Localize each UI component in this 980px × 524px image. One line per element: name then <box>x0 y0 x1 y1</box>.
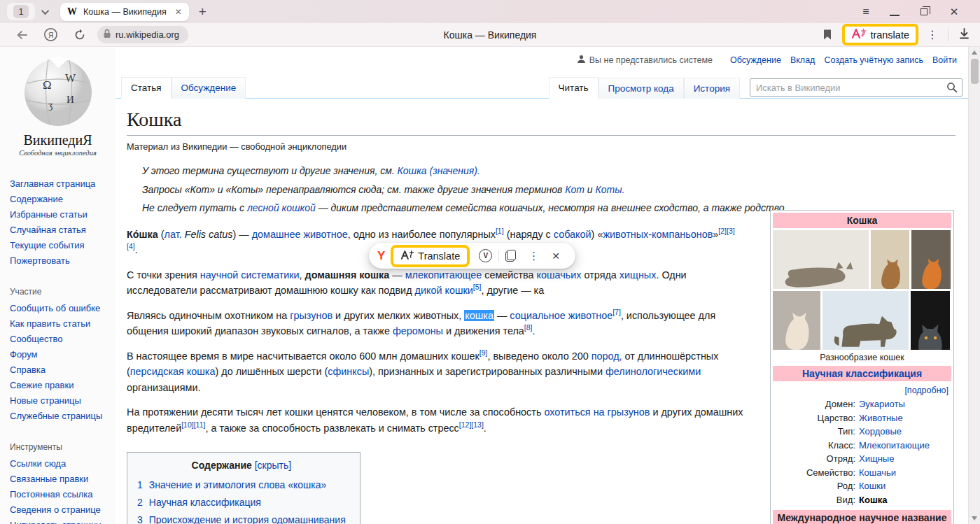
yandex-button-icon[interactable]: Я <box>43 27 58 42</box>
article-link[interactable]: кошачьих <box>537 269 582 281</box>
sidebar-link[interactable]: Новые страницы <box>10 395 108 407</box>
sidebar-link[interactable]: Как править статьи <box>10 318 108 330</box>
minimize-button[interactable] <box>881 6 910 17</box>
article-link[interactable]: Кошка (значения). <box>398 165 480 176</box>
search-icon[interactable] <box>946 82 958 96</box>
article-link[interactable]: сфинксы <box>328 366 369 377</box>
selected-text[interactable]: кошка <box>464 310 494 321</box>
sidebar-link[interactable]: Случайная статья <box>10 224 108 236</box>
reference-marker[interactable]: [12][13] <box>459 420 484 429</box>
scrollbar-thumb[interactable] <box>971 59 979 84</box>
sidebar-link[interactable]: Справка <box>10 364 108 376</box>
article-link[interactable]: пород, <box>592 350 622 362</box>
tab-article[interactable]: Статья <box>121 77 172 99</box>
menu-icon[interactable]: ≡ <box>851 6 881 18</box>
popup-more-icon[interactable]: ⋮ <box>528 250 539 262</box>
sidebar-link[interactable]: Форум <box>10 348 108 361</box>
article-link[interactable]: Кот <box>565 184 584 195</box>
article-link[interactable]: лесной кошкой <box>247 202 316 213</box>
reference-marker[interactable]: [7] <box>612 308 621 316</box>
reload-icon[interactable] <box>74 29 86 41</box>
sidebar-link[interactable]: Цитировать страницу <box>10 519 108 524</box>
taxonomy-value[interactable]: Хордовые <box>859 425 902 439</box>
article-link[interactable]: лат. <box>164 229 182 240</box>
close-window-button[interactable]: ✕ <box>939 6 969 18</box>
sidebar-link[interactable]: Связанные правки <box>10 473 108 486</box>
reference-marker[interactable]: [10][11] <box>181 420 205 429</box>
taxonomy-value[interactable]: Кошачьи <box>859 466 896 480</box>
taxonomy-value[interactable]: Млекопитающие <box>859 439 930 453</box>
reference-marker[interactable]: [1] <box>496 227 504 235</box>
sidebar-link[interactable]: Ссылки сюда <box>10 458 108 470</box>
toc-item[interactable]: 1Значение и этимология слова «кошка» <box>137 476 346 494</box>
toc-hide-link[interactable]: [скрыть] <box>255 460 291 471</box>
browser-tab[interactable]: W Кошка — Википедия ✕ <box>60 3 189 21</box>
classification-header[interactable]: Научная классификация <box>773 366 951 381</box>
copy-icon[interactable] <box>505 250 516 262</box>
sidebar-link[interactable]: Сведения о странице <box>10 504 108 516</box>
toc-item[interactable]: 3Происхождение и история одомашнивания <box>137 511 346 524</box>
page-scrollbar[interactable] <box>968 47 980 524</box>
toc-item[interactable]: 2Научная классификация <box>137 494 346 511</box>
article-link[interactable]: фелинологическими <box>606 366 701 377</box>
reference-marker[interactable]: [5] <box>473 283 482 291</box>
sidebar-link[interactable]: Служебные страницы <box>10 410 108 423</box>
back-icon[interactable] <box>15 29 28 41</box>
personal-link[interactable]: Войти <box>932 55 957 65</box>
download-icon[interactable] <box>958 27 970 43</box>
personal-link[interactable]: Обсуждение <box>730 55 781 65</box>
taxonomy-value[interactable]: Животные <box>859 411 903 425</box>
address-bar[interactable]: ru.wikipedia.org <box>97 26 188 43</box>
tab-talk[interactable]: Обсуждение <box>172 77 246 99</box>
sidebar-link[interactable]: Сообщество <box>10 333 108 346</box>
assistant-icon[interactable]: V <box>479 249 492 262</box>
taxonomy-value[interactable]: Эукариоты <box>859 397 905 411</box>
kebab-menu-icon[interactable]: ⋮ <box>927 28 938 41</box>
sidebar-link[interactable]: Сообщить об ошибке <box>10 302 108 315</box>
wikipedia-logo[interactable]: Ω W И ʒ ВикипедиЯ Свободная энциклопедия <box>16 55 100 157</box>
bookmark-icon[interactable] <box>822 29 832 41</box>
sidebar-link[interactable]: Избранные статьи <box>10 208 108 221</box>
article-link[interactable]: домашнее животное <box>252 229 348 240</box>
tab-read[interactable]: Читать <box>549 77 598 99</box>
article-link[interactable]: дикой кошки <box>415 285 473 296</box>
scroll-up-arrow[interactable] <box>972 50 977 55</box>
personal-link[interactable]: Создать учётную запись <box>824 55 923 65</box>
article-link[interactable]: животных-компаньонов <box>603 229 713 240</box>
taxonomy-value[interactable]: Кошки <box>859 479 886 493</box>
reference-marker[interactable]: [8] <box>524 323 533 332</box>
new-tab-button[interactable]: + <box>199 5 206 18</box>
sidebar-link[interactable]: Содержание <box>10 193 108 206</box>
article-link[interactable]: грызунов <box>290 310 332 321</box>
yandex-search-icon[interactable]: Y <box>377 249 385 263</box>
taxonomy-value[interactable]: Хищные <box>859 452 894 466</box>
personal-link[interactable]: Вклад <box>790 55 816 65</box>
sidebar-link[interactable]: Пожертвовать <box>10 255 108 267</box>
sidebar-link[interactable]: Постоянная ссылка <box>10 488 108 501</box>
article-link[interactable]: охотиться на грызунов <box>544 406 650 418</box>
sidebar-link[interactable]: Свежие правки <box>10 379 108 392</box>
scroll-down-arrow[interactable] <box>972 516 977 521</box>
tab-counter[interactable]: 1 <box>7 3 35 20</box>
tab-history[interactable]: История <box>684 78 740 99</box>
tab-close-icon[interactable]: ✕ <box>175 7 182 17</box>
article-link[interactable]: млекопитающее <box>405 269 482 281</box>
restore-button[interactable] <box>910 6 939 17</box>
translate-popup-button[interactable]: Translate <box>391 245 470 267</box>
article-link[interactable]: Коты. <box>596 184 625 195</box>
article-link[interactable]: персидская кошка <box>130 366 216 377</box>
article-link[interactable]: научной систематики <box>200 269 300 281</box>
reference-marker[interactable]: [9] <box>479 348 488 357</box>
sidebar-link[interactable]: Заглавная страница <box>10 178 108 190</box>
detail-link[interactable]: [подробно] <box>904 385 948 395</box>
translate-toolbar-button[interactable]: translate <box>842 24 918 45</box>
article-link[interactable]: социальное животное <box>510 310 612 321</box>
sidebar-link[interactable]: Текущие события <box>10 239 108 252</box>
search-input[interactable] <box>750 78 962 97</box>
popup-close-icon[interactable]: ✕ <box>552 250 560 262</box>
chevron-down-icon[interactable] <box>41 6 49 14</box>
tab-view-source[interactable]: Просмотр кода <box>598 78 684 99</box>
article-link[interactable]: собакой <box>554 229 592 240</box>
article-link[interactable]: хищных <box>620 269 657 281</box>
article-link[interactable]: феромоны <box>393 325 443 337</box>
